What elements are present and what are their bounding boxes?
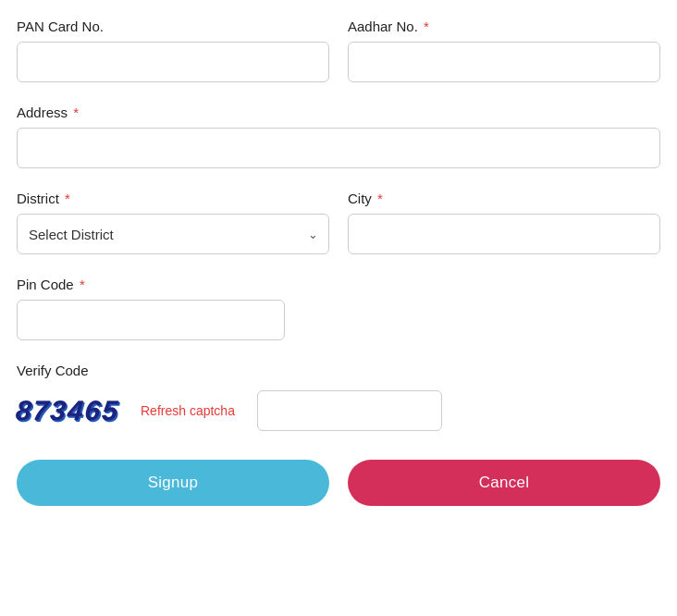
registration-form: PAN Card No. Aadhar No. * Address * Dist…: [17, 18, 660, 506]
pincode-required-star: *: [80, 277, 85, 292]
pincode-row: Pin Code *: [17, 277, 660, 340]
city-input[interactable]: [348, 214, 660, 254]
pan-card-label: PAN Card No.: [17, 18, 329, 34]
buttons-row: Signup Cancel: [17, 460, 660, 506]
captcha-input[interactable]: [257, 390, 442, 431]
pan-card-group: PAN Card No.: [17, 18, 329, 82]
verify-code-label: Verify Code: [17, 363, 660, 378]
address-required-star: *: [73, 105, 79, 120]
aadhar-required-star: *: [424, 18, 429, 34]
verify-code-section: Verify Code 873465 Refresh captcha: [17, 363, 660, 434]
pincode-label: Pin Code *: [17, 277, 660, 292]
district-label: District *: [17, 191, 329, 206]
pan-card-input[interactable]: [17, 42, 329, 82]
refresh-captcha-link[interactable]: Refresh captcha: [141, 403, 235, 418]
verify-row: 873465 Refresh captcha: [17, 388, 660, 434]
district-city-row: District * Select District ⌄ City *: [17, 191, 660, 254]
city-group: City *: [348, 191, 660, 254]
aadhar-label: Aadhar No. *: [348, 18, 660, 34]
pincode-input[interactable]: [17, 300, 285, 340]
district-required-star: *: [65, 191, 70, 206]
district-select-wrapper: Select District ⌄: [17, 214, 329, 254]
cancel-button[interactable]: Cancel: [348, 460, 660, 506]
signup-button[interactable]: Signup: [17, 460, 329, 506]
address-input[interactable]: [17, 128, 660, 168]
city-required-star: *: [377, 191, 383, 206]
aadhar-group: Aadhar No. *: [348, 18, 660, 82]
district-select[interactable]: Select District: [17, 214, 329, 254]
district-group: District * Select District ⌄: [17, 191, 329, 254]
pan-aadhar-row: PAN Card No. Aadhar No. *: [17, 18, 660, 82]
captcha-image: 873465: [17, 388, 118, 434]
address-row: Address *: [17, 105, 660, 168]
aadhar-input[interactable]: [348, 42, 660, 82]
address-group: Address *: [17, 105, 660, 168]
pincode-group: Pin Code *: [17, 277, 660, 340]
city-label: City *: [348, 191, 660, 206]
address-label: Address *: [17, 105, 660, 120]
captcha-text: 873465: [14, 395, 120, 426]
